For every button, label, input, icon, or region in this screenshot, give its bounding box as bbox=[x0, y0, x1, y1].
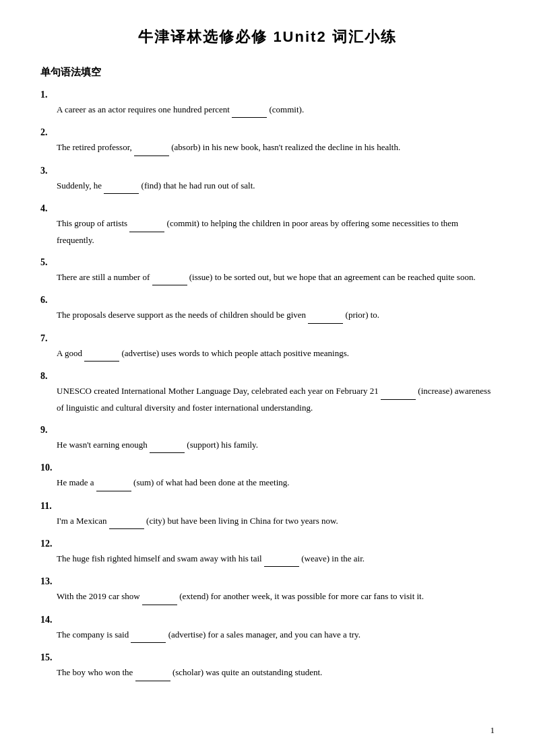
question-text: He made a (sum) of what had been done at… bbox=[40, 475, 495, 491]
question-block: 5.There are still a number of (issue) to… bbox=[40, 257, 495, 285]
question-block: 15.The boy who won the (scholar) was qui… bbox=[40, 652, 495, 681]
question-number: 13. bbox=[40, 576, 495, 587]
question-number: 2. bbox=[40, 127, 495, 138]
question-block: 4.This group of artists (commit) to help… bbox=[40, 203, 495, 248]
question-block: 10.He made a (sum) of what had been done… bbox=[40, 462, 495, 491]
question-text: This group of artists (commit) to helpin… bbox=[40, 215, 495, 248]
question-block: 14.The company is said (advertise) for a… bbox=[40, 615, 495, 643]
question-number: 12. bbox=[40, 539, 495, 549]
question-number: 11. bbox=[40, 501, 495, 512]
blank bbox=[264, 551, 299, 567]
blank bbox=[150, 437, 185, 453]
question-block: 1.A career as an actor requires one hund… bbox=[40, 90, 495, 118]
question-text: The huge fish righted himself and swam a… bbox=[40, 551, 495, 567]
question-text: He wasn't earning enough (support) his f… bbox=[40, 437, 495, 453]
hint: (prior) bbox=[346, 310, 369, 320]
blank bbox=[129, 215, 164, 232]
question-text: There are still a number of (issue) to b… bbox=[40, 269, 495, 285]
blank bbox=[381, 383, 416, 399]
blank bbox=[308, 307, 343, 323]
question-number: 9. bbox=[40, 425, 495, 436]
question-text: A career as an actor requires one hundre… bbox=[40, 102, 495, 118]
question-number: 15. bbox=[40, 652, 495, 663]
question-block: 11.I'm a Mexican (city) but have been li… bbox=[40, 501, 495, 529]
hint: (commit) bbox=[269, 104, 301, 114]
hint: (scholar) bbox=[172, 667, 203, 677]
hint: (city) bbox=[146, 516, 165, 526]
question-text: The retired professor, (absorb) in his n… bbox=[40, 139, 495, 156]
blank bbox=[131, 627, 166, 643]
hint: (issue) bbox=[189, 272, 213, 282]
question-block: 6.The proposals deserve support as the n… bbox=[40, 295, 495, 323]
hint: (commit) bbox=[167, 218, 199, 228]
question-text: Suddenly, he (find) that he had run out … bbox=[40, 178, 495, 194]
question-text: I'm a Mexican (city) but have been livin… bbox=[40, 513, 495, 529]
question-number: 10. bbox=[40, 462, 495, 473]
blank bbox=[142, 588, 177, 605]
question-number: 5. bbox=[40, 257, 495, 268]
hint: (advertise) bbox=[168, 629, 206, 640]
question-text: The boy who won the (scholar) was quite … bbox=[40, 664, 495, 681]
hint: (increase) bbox=[418, 386, 452, 396]
question-text: The company is said (advertise) for a sa… bbox=[40, 627, 495, 643]
hint: (extend) bbox=[179, 591, 208, 601]
question-block: 12.The huge fish righted himself and swa… bbox=[40, 539, 495, 567]
question-number: 4. bbox=[40, 203, 495, 214]
question-block: 9.He wasn't earning enough (support) his… bbox=[40, 425, 495, 453]
blank bbox=[104, 178, 139, 194]
page-title: 牛津译林选修必修 1Unit2 词汇小练 bbox=[40, 27, 495, 47]
section-title: 单句语法填空 bbox=[40, 66, 495, 79]
question-number: 8. bbox=[40, 371, 495, 382]
question-block: 13.With the 2019 car show (extend) for a… bbox=[40, 576, 495, 605]
question-number: 7. bbox=[40, 333, 495, 344]
question-number: 6. bbox=[40, 295, 495, 306]
question-block: 8.UNESCO created International Mother La… bbox=[40, 371, 495, 415]
blank bbox=[152, 269, 187, 285]
question-block: 3.Suddenly, he (find) that he had run ou… bbox=[40, 166, 495, 194]
question-number: 14. bbox=[40, 615, 495, 625]
blank bbox=[134, 139, 169, 156]
hint: (advertise) bbox=[121, 348, 159, 358]
page-number: 1 bbox=[491, 725, 495, 736]
hint: (weave) bbox=[301, 553, 329, 563]
question-block: 2.The retired professor, (absorb) in his… bbox=[40, 127, 495, 156]
hint: (support) bbox=[187, 440, 219, 450]
question-text: The proposals deserve support as the nee… bbox=[40, 307, 495, 323]
question-block: 7.A good (advertise) uses words to which… bbox=[40, 333, 495, 362]
blank bbox=[96, 475, 131, 491]
question-text: With the 2019 car show (extend) for anot… bbox=[40, 588, 495, 605]
question-text: UNESCO created International Mother Lang… bbox=[40, 383, 495, 415]
question-number: 3. bbox=[40, 166, 495, 176]
questions-container: 1.A career as an actor requires one hund… bbox=[40, 90, 495, 681]
question-text: A good (advertise) uses words to which p… bbox=[40, 345, 495, 362]
blank bbox=[232, 102, 267, 118]
question-number: 1. bbox=[40, 90, 495, 100]
blank bbox=[84, 345, 119, 362]
blank bbox=[109, 513, 144, 529]
hint: (sum) bbox=[133, 477, 154, 487]
hint: (absorb) bbox=[171, 142, 200, 152]
hint: (find) bbox=[141, 180, 162, 191]
blank bbox=[135, 664, 170, 681]
